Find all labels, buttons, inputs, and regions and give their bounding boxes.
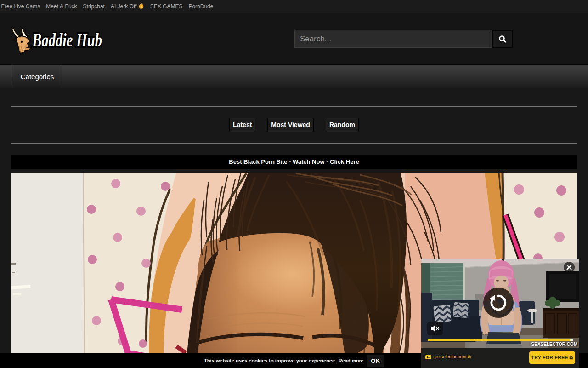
svg-text:Baddie Hub: Baddie Hub xyxy=(32,29,102,51)
